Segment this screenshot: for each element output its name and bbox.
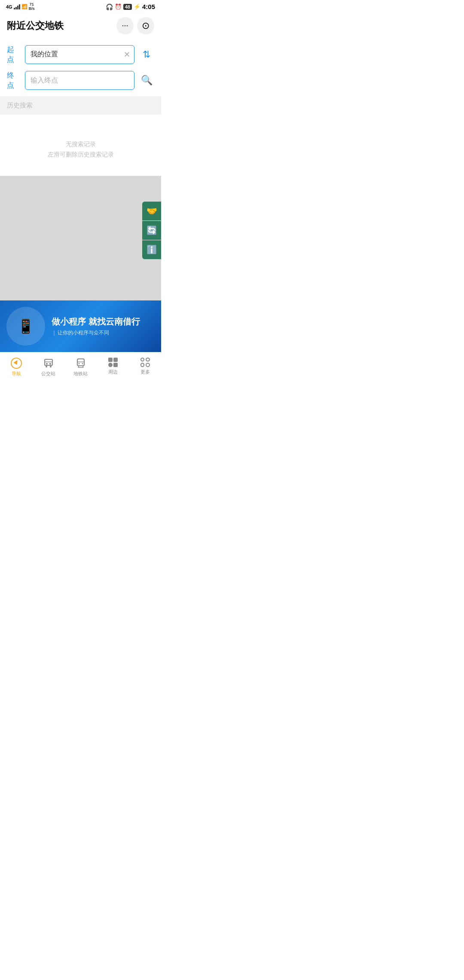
banner-sub-prefix: ｜ [52,330,57,336]
status-right: 🎧 ⏰ 48 ⚡ 4:05 [106,3,155,10]
empty-state: 无搜索记录 左滑可删除历史搜索记录 [0,115,161,176]
end-label: 终点 [7,70,21,90]
nav-label-subway: 地铁站 [73,371,88,377]
history-title: 历史搜索 [7,101,33,109]
svg-point-11 [82,363,83,364]
refresh-icon: 🔄 [147,225,157,236]
target-button[interactable]: ⊙ [137,17,154,34]
svg-point-10 [78,363,79,364]
banner-text-area: 做小程序 就找云南借行 ｜让你的小程序与众不同 [52,316,161,337]
nav-label-nearby: 周边 [108,369,118,375]
page-title: 附近公交地铁 [7,19,64,32]
clear-start-button[interactable]: ✕ [124,51,130,58]
start-label: 起点 [7,45,21,64]
header: 附近公交地铁 ··· ⊙ [0,13,161,40]
time-display: 4:05 [142,3,155,10]
bus-icon [43,358,54,369]
end-input-wrap [25,71,134,90]
compass-icon [11,358,22,369]
battery-indicator: 48 [123,4,132,10]
info-button[interactable]: ℹ️ [142,240,161,259]
status-bar: 4G 📶 71 B/s 🎧 ⏰ 48 ⚡ 4:05 [0,0,161,13]
empty-line1: 无搜索记录 [7,141,154,148]
svg-rect-7 [49,363,51,364]
banner-main-text: 做小程序 就找云南借行 [52,316,156,328]
network-type: 4G [6,4,12,9]
grid-icon [108,358,118,367]
nav-item-navigation[interactable]: 导航 [0,356,32,379]
map-area[interactable]: 🤝 🔄 ℹ️ [0,176,161,300]
search-section: 起点 ✕ ⇅ 终点 🔍 [0,40,161,90]
svg-rect-8 [77,359,84,366]
banner-emoji-icon: 📱 [17,318,34,334]
charging-icon: ⚡ [134,3,140,10]
headset-icon: 🎧 [106,3,113,10]
history-section: 历史搜索 [0,96,161,115]
floating-sidebar: 🤝 🔄 ℹ️ [142,202,161,259]
wifi-icon: 📶 [21,4,27,9]
nav-item-nearby[interactable]: 周边 [97,356,129,379]
search-button[interactable]: 🔍 [139,73,154,88]
svg-rect-0 [45,359,52,365]
handshake-icon: 🤝 [147,206,157,216]
bottom-nav: 导航 公交站 [0,352,161,384]
network-speed: 71 B/s [29,3,35,11]
banner[interactable]: 📱 做小程序 就找云南借行 ｜让你的小程序与众不同 [0,300,161,352]
refresh-button[interactable]: 🔄 [142,221,161,240]
signal-icon [14,4,20,9]
nav-item-bus[interactable]: 公交站 [32,356,64,379]
banner-illustration: 📱 [0,300,52,352]
search-icon: 🔍 [141,75,153,86]
start-input-wrap: ✕ [25,45,134,64]
start-point-row: 起点 ✕ ⇅ [7,45,154,64]
nav-label-bus: 公交站 [41,371,55,377]
empty-line2: 左滑可删除历史搜索记录 [7,151,154,159]
status-left: 4G 📶 71 B/s [6,3,35,11]
info-icon: ℹ️ [147,245,157,255]
alarm-icon: ⏰ [115,3,122,10]
swap-icon: ⇅ [143,49,150,60]
nav-label-more: 更多 [140,369,150,375]
nav-label-navigation: 导航 [12,371,21,377]
nav-item-more[interactable]: 更多 [129,356,161,379]
end-input[interactable] [25,71,134,90]
banner-sub-text: ｜让你的小程序与众不同 [52,329,156,337]
more-button[interactable]: ··· [116,17,134,34]
handshake-button[interactable]: 🤝 [142,202,161,220]
banner-circle-decoration: 📱 [6,307,45,346]
banner-sub-content: 让你的小程序与众不同 [58,330,109,336]
svg-rect-6 [46,363,48,364]
start-input[interactable] [25,45,134,64]
circles-icon [140,358,150,367]
header-actions: ··· ⊙ [116,17,154,34]
nav-item-subway[interactable]: 地铁站 [64,356,97,379]
subway-icon [75,358,86,369]
end-point-row: 终点 🔍 [7,70,154,90]
swap-button[interactable]: ⇅ [139,47,154,62]
